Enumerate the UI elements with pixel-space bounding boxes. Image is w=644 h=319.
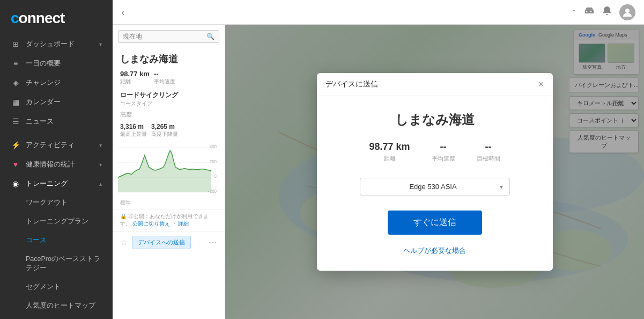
sidebar-item-challenges[interactable]: ◈ チャレンジ <box>0 73 113 92</box>
action-bar: ☆ デバイスへの送信 ⋯ <box>113 231 225 253</box>
modal-header: デバイスに送信 × <box>317 73 553 96</box>
star-button[interactable]: ☆ <box>120 237 128 248</box>
modal-header-title: デバイスに送信 <box>325 79 378 89</box>
modal-target-time-label: 目標時間 <box>477 155 500 163</box>
distance-value: 98.77 km <box>120 70 150 78</box>
training-icon: ◉ <box>11 179 20 189</box>
route-type-value: ロードサイクリング <box>120 91 217 100</box>
activities-icon: ⚡ <box>11 140 20 150</box>
sidebar-item-label: 健康情報の統計 <box>26 160 75 169</box>
sidebar-item-news[interactable]: ☰ ニュース <box>0 112 113 131</box>
chevron-down-icon: ▾ <box>99 162 102 168</box>
daily-icon: ≡ <box>11 59 20 68</box>
chevron-up-icon: ▴ <box>99 181 102 187</box>
privacy-separator: ・ <box>172 221 177 227</box>
sidebar: connect ⊞ ダッシュボード ▾ ≡ 一日の概要 ◈ チャレンジ ▦ カレ… <box>0 0 113 319</box>
search-input[interactable] <box>123 33 204 40</box>
search-icon: 🔍 <box>206 33 214 40</box>
elev-loss-label: 高度下降量 <box>151 130 178 138</box>
sidebar-item-course[interactable]: コース <box>0 231 113 250</box>
modal-avg-speed-stat: -- 平均速度 <box>432 141 455 163</box>
sidebar-sub-label: コース <box>26 236 47 245</box>
sidebar-item-health[interactable]: ♥ 健康情報の統計 ▾ <box>0 155 113 174</box>
news-icon: ☰ <box>11 117 20 126</box>
challenges-icon: ◈ <box>11 78 20 88</box>
map-area: 竹原市 尾道 因島 向島 生口島 大崎上島 生名島 田島 佐木島 三島 瀬戸内 … <box>225 25 644 319</box>
logo-rest: onnect <box>19 10 65 26</box>
sidebar-item-training-plan[interactable]: トレーニングプラン <box>0 212 113 231</box>
device-dropdown-arrow: ▾ <box>500 183 503 191</box>
sidebar-item-segment[interactable]: セグメント <box>0 278 113 296</box>
modal-target-time-value: -- <box>485 141 492 153</box>
modal-device-selector[interactable]: Edge 530 ASIA ▾ <box>360 178 510 195</box>
search-bar[interactable]: 🔍 <box>118 30 219 43</box>
sidebar-item-label: 一日の概要 <box>26 59 61 68</box>
sidebar-item-activities[interactable]: ⚡ アクティビティ ▾ <box>0 135 113 155</box>
elev-loss-value: 3,265 m <box>151 123 178 130</box>
sidebar-item-training[interactable]: ◉ トレーニング ▴ <box>0 174 113 193</box>
svg-text:200: 200 <box>210 158 217 164</box>
modal-distance-stat: 98.77 km 距離 <box>369 141 410 163</box>
sidebar-item-workout[interactable]: ワークアウト <box>0 193 113 212</box>
route-title: しまなみ海道 <box>113 48 225 68</box>
chart-label: 標準 <box>113 199 225 209</box>
avg-speed-value: -- <box>154 70 175 78</box>
car-icon[interactable] <box>584 6 595 18</box>
distance-stat: 98.77 km 距離 <box>120 70 150 85</box>
modal-body: しまなみ海道 98.77 km 距離 -- 平均速度 -- <box>317 96 553 271</box>
route-type-label: コースタイプ <box>120 100 217 107</box>
distance-label: 距離 <box>120 78 150 85</box>
sidebar-item-label: ダッシュボード <box>26 39 75 49</box>
sidebar-item-label: チャレンジ <box>26 78 61 88</box>
bell-icon[interactable] <box>602 5 612 19</box>
topbar-icons: ↑ <box>572 4 635 20</box>
modal-overlay: デバイスに送信 × しまなみ海道 98.77 km 距離 -- <box>225 25 644 319</box>
modal-distance-label: 距離 <box>384 155 396 163</box>
app-logo: connect <box>0 0 113 34</box>
detail-link[interactable]: 詳細 <box>178 221 189 227</box>
content-area: 🔍 しまなみ海道 98.77 km 距離 -- 平均速度 ロードサイクリング コ… <box>113 25 644 319</box>
chevron-down-icon: ▾ <box>99 41 102 47</box>
sidebar-item-label: ニュース <box>26 117 54 126</box>
send-now-button[interactable]: すぐに送信 <box>388 211 482 235</box>
modal-close-button[interactable]: × <box>538 79 544 89</box>
avg-speed-label: 平均速度 <box>154 78 175 85</box>
dashboard-icon: ⊞ <box>11 39 20 49</box>
sidebar-item-label: カレンダー <box>26 97 61 107</box>
device-send-button[interactable]: デバイスへの送信 <box>132 236 191 249</box>
send-to-device-modal: デバイスに送信 × しまなみ海道 98.77 km 距離 -- <box>317 73 553 271</box>
route-stats: 98.77 km 距離 -- 平均速度 <box>113 68 225 90</box>
help-link[interactable]: ヘルプが必要な場合 <box>403 247 466 255</box>
more-options-button[interactable]: ⋯ <box>209 237 217 248</box>
svg-text:400: 400 <box>210 143 217 149</box>
calendar-icon: ▦ <box>11 97 20 107</box>
sidebar-item-label: アクティビティ <box>26 140 75 150</box>
sidebar-item-calendar[interactable]: ▦ カレンダー <box>0 92 113 112</box>
back-button[interactable]: ‹ <box>121 6 125 18</box>
modal-distance-value: 98.77 km <box>369 141 410 153</box>
modal-device-name: Edge 530 ASIA <box>367 183 500 191</box>
elev-gain-value: 3,316 m <box>120 123 147 130</box>
sidebar-item-dashboard[interactable]: ⊞ ダッシュボード ▾ <box>0 34 113 54</box>
elev-loss-stat: 3,265 m 高度下降量 <box>151 123 178 138</box>
sidebar-item-heatmap[interactable]: 人気度のヒートマップ <box>0 296 113 315</box>
sidebar-item-label: トレーニング <box>26 179 68 189</box>
sidebar-item-daily[interactable]: ≡ 一日の概要 <box>0 54 113 73</box>
sidebar-sub-label: 人気度のヒートマップ <box>26 301 95 310</box>
modal-avg-speed-label: 平均速度 <box>432 155 455 163</box>
elevation-section-label: 高度 <box>113 108 225 120</box>
chevron-down-icon: ▾ <box>99 142 102 148</box>
avg-speed-stat: -- 平均速度 <box>154 70 175 85</box>
sidebar-sub-label: ワークアウト <box>26 198 68 207</box>
sidebar-item-pacepro[interactable]: PaceProのペースストラテジー <box>0 250 113 278</box>
topbar: ‹ ↑ <box>113 0 644 25</box>
user-avatar[interactable] <box>619 4 635 20</box>
privacy-link[interactable]: 公開に切り替え <box>132 221 170 227</box>
sidebar-sub-label: セグメント <box>26 282 61 292</box>
upload-icon[interactable]: ↑ <box>572 6 576 18</box>
privacy-bar: 🔒 非公開：あなただけが利用できます。 公開に切り替え ・ 詳細 <box>113 209 225 231</box>
elev-gain-label: 最高上昇量 <box>120 130 147 138</box>
svg-point-0 <box>625 9 630 13</box>
route-panel: 🔍 しまなみ海道 98.77 km 距離 -- 平均速度 ロードサイクリング コ… <box>113 25 225 319</box>
svg-text:0: 0 <box>214 173 217 179</box>
